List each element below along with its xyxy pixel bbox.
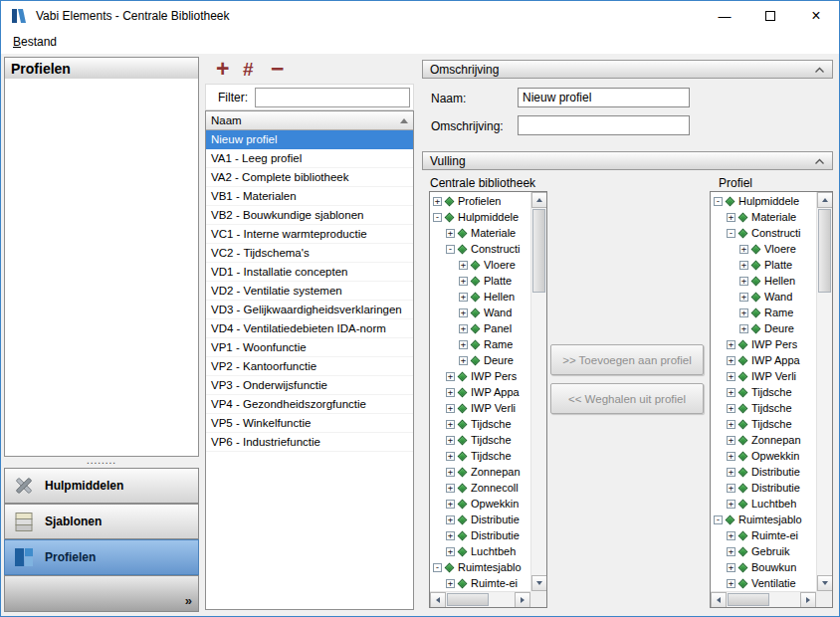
tree-node[interactable]: +Distributie [712, 480, 815, 496]
add-profile-icon[interactable]: + [216, 56, 229, 83]
expand-expander-icon[interactable]: + [739, 245, 748, 254]
tree-node[interactable]: +Deure [431, 352, 529, 368]
add-to-profile-button[interactable]: >> Toevoegen aan profiel [550, 344, 704, 375]
tree-node[interactable]: +Ruimte-ei [431, 575, 529, 590]
expand-expander-icon[interactable]: + [727, 452, 735, 461]
tree-node[interactable]: -Ruimtesjablo [712, 512, 815, 527]
tree-node[interactable]: +Tijdsche [712, 416, 815, 432]
expand-expander-icon[interactable]: + [446, 500, 455, 509]
list-item[interactable]: VP6 - Industriefunctie [206, 433, 413, 452]
expand-expander-icon[interactable]: + [446, 515, 455, 524]
tree-node[interactable]: +Distributie [431, 527, 529, 543]
expand-expander-icon[interactable]: + [727, 404, 735, 413]
tree-node[interactable]: +Opwekkin [431, 496, 529, 512]
list-item[interactable]: VP2 - Kantoorfunctie [206, 357, 413, 376]
tree-node[interactable]: +Vloere [431, 257, 529, 273]
list-item[interactable]: VD4 - Ventilatiedebieten IDA-norm [206, 319, 413, 338]
expand-expander-icon[interactable]: + [739, 324, 748, 333]
list-item[interactable]: VA2 - Complete bibliotheek [206, 168, 413, 187]
horizontal-scrollbar[interactable] [430, 591, 530, 607]
list-item[interactable]: VP4 - Gezondheidszorgfunctie [206, 395, 413, 414]
expand-expander-icon[interactable]: + [459, 293, 468, 302]
left-panel-empty-list[interactable] [4, 79, 199, 457]
list-item[interactable]: VA1 - Leeg profiel [206, 149, 413, 168]
tree-node[interactable]: +Bouwkun [712, 559, 815, 575]
list-item[interactable]: VD3 - Gelijkwaardigheidsverklaringen [206, 301, 413, 319]
maximize-button[interactable] [747, 1, 793, 31]
section-header-vulling[interactable]: Vulling [422, 151, 833, 170]
scroll-down-icon[interactable] [531, 575, 547, 591]
list-item[interactable]: Nieuw profiel [206, 130, 413, 149]
expand-expander-icon[interactable]: + [446, 229, 455, 238]
expand-expander-icon[interactable]: + [727, 563, 735, 572]
tree-node[interactable]: +Hellen [431, 289, 529, 305]
tree-node[interactable]: +IWP Appa [431, 384, 529, 400]
expand-expander-icon[interactable]: + [433, 197, 442, 206]
tree-node[interactable]: +Gebruik [712, 543, 815, 559]
expand-expander-icon[interactable]: + [727, 388, 735, 397]
expand-expander-icon[interactable]: + [727, 500, 735, 509]
tree-node[interactable]: +Rame [431, 336, 529, 352]
expand-expander-icon[interactable]: + [459, 308, 468, 317]
remove-profile-icon[interactable]: − [271, 56, 284, 83]
tree-node[interactable]: +Ventilatie [712, 575, 815, 590]
vertical-scrollbar[interactable] [816, 192, 832, 591]
collapse-chevron-icon[interactable] [814, 158, 825, 165]
scroll-left-icon[interactable] [430, 592, 446, 608]
splitter-handle[interactable]: ........ [4, 457, 199, 467]
scroll-up-icon[interactable] [531, 192, 547, 208]
naam-field[interactable] [518, 88, 690, 107]
expand-expander-icon[interactable]: + [727, 420, 735, 429]
remove-from-profile-button[interactable]: << Weghalen uit profiel [550, 383, 704, 414]
expand-expander-icon[interactable]: + [459, 356, 468, 365]
add-multiple-icon[interactable]: # [243, 59, 254, 81]
collapse-expander-icon[interactable]: - [727, 229, 735, 238]
scroll-right-icon[interactable] [800, 592, 816, 608]
scroll-left-icon[interactable] [711, 592, 727, 608]
scroll-up-icon[interactable] [817, 192, 833, 208]
list-item[interactable]: VB1 - Materialen [206, 187, 413, 206]
tree-node[interactable]: +Luchtbeh [712, 496, 815, 512]
expand-expander-icon[interactable]: + [727, 579, 735, 588]
minimize-button[interactable]: — [702, 1, 747, 31]
tree-node[interactable]: +Wand [431, 305, 529, 320]
expand-expander-icon[interactable]: + [739, 308, 748, 317]
tree-node[interactable]: +Tijdsche [712, 400, 815, 416]
tree-node[interactable]: +Hellen [712, 273, 815, 289]
tree-node[interactable]: +Platte [712, 257, 815, 273]
vertical-scrollbar[interactable] [530, 192, 546, 591]
collapse-expander-icon[interactable]: - [714, 197, 723, 206]
tree-node[interactable]: -Constructi [431, 241, 529, 257]
column-header-naam[interactable]: Naam [206, 111, 413, 130]
collapse-expander-icon[interactable]: - [433, 213, 442, 222]
tree-node[interactable]: +Materiale [712, 209, 815, 225]
list-item[interactable]: VP1 - Woonfunctie [206, 338, 413, 357]
tree-node[interactable]: +Panel [431, 320, 529, 336]
expand-expander-icon[interactable]: + [446, 372, 455, 381]
collapse-expander-icon[interactable]: - [446, 245, 455, 254]
tree-node[interactable]: +Vloere [712, 241, 815, 257]
collapse-expander-icon[interactable]: - [714, 515, 723, 524]
list-item[interactable]: VP3 - Onderwijsfunctie [206, 376, 413, 395]
section-header-omschrijving[interactable]: Omschrijving [422, 60, 833, 79]
scrollbar-thumb[interactable] [447, 593, 489, 606]
expand-expander-icon[interactable]: + [727, 531, 735, 540]
tree-node[interactable]: +Tijdsche [431, 432, 529, 448]
menu-item-bestand[interactable]: Bestand [13, 35, 57, 49]
list-item[interactable]: VC2 - Tijdschema's [206, 244, 413, 263]
expand-expander-icon[interactable]: + [446, 579, 455, 588]
tree-node[interactable]: +Distributie [712, 464, 815, 480]
scrollbar-thumb[interactable] [818, 209, 831, 293]
tree-node[interactable]: +Deure [712, 320, 815, 336]
tree-node[interactable]: +Tijdsche [431, 416, 529, 432]
expand-expander-icon[interactable]: + [446, 531, 455, 540]
expand-expander-icon[interactable]: + [727, 468, 735, 477]
scroll-down-icon[interactable] [817, 575, 833, 591]
scroll-right-icon[interactable] [515, 592, 530, 608]
tree-node[interactable]: +IWP Verli [431, 400, 529, 416]
tree-node[interactable]: +IWP Appa [712, 352, 815, 368]
expand-expander-icon[interactable]: + [459, 261, 468, 270]
scrollbar-thumb[interactable] [532, 209, 545, 293]
expand-expander-icon[interactable]: + [727, 436, 735, 445]
tree-node[interactable]: +Materiale [431, 225, 529, 241]
